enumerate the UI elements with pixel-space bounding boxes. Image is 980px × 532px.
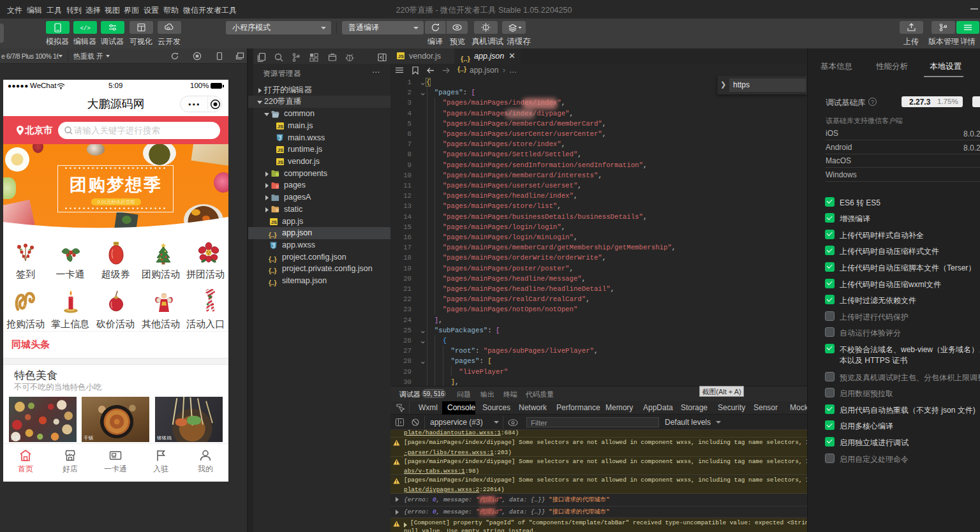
svg-text:</>: </> — [80, 26, 90, 32]
